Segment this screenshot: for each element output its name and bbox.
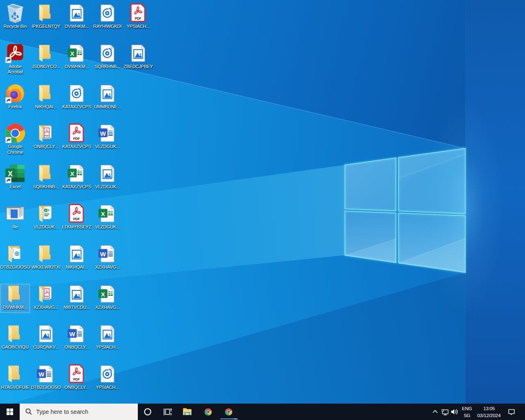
svg-text:03/12/2024: 03/12/2024: [477, 413, 501, 418]
svg-text:13:05: 13:05: [484, 406, 495, 411]
svg-text:Type here to search: Type here to search: [36, 409, 88, 415]
svg-text:SG: SG: [463, 413, 470, 418]
svg-text:ENG: ENG: [462, 406, 472, 411]
